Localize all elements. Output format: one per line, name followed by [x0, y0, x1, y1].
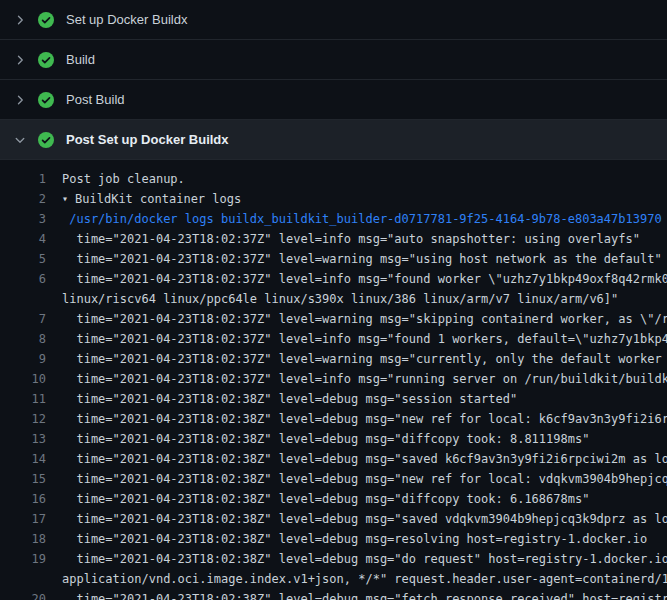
- log-line-text: time="2021-04-23T18:02:37Z" level=warnin…: [46, 349, 667, 369]
- log-line-text: time="2021-04-23T18:02:37Z" level=info m…: [46, 269, 667, 289]
- actions-log-viewer: { "colors": { "bg": "#0d1117", "border":…: [0, 0, 667, 600]
- log-line-text: time="2021-04-23T18:02:37Z" level=warnin…: [46, 309, 667, 329]
- log-line-number[interactable]: 19: [0, 549, 46, 569]
- log-line-number[interactable]: [0, 289, 46, 309]
- log-line: 3 /usr/bin/docker logs buildx_buildkit_b…: [0, 209, 667, 229]
- log-group-label: BuildKit container logs: [75, 192, 241, 206]
- log-line: 17 time="2021-04-23T18:02:38Z" level=deb…: [0, 509, 667, 529]
- check-circle-icon: [38, 52, 54, 68]
- log-line-text: time="2021-04-23T18:02:38Z" level=debug …: [46, 489, 667, 509]
- step-header[interactable]: Build: [0, 40, 667, 80]
- log-line-text: ▾BuildKit container logs: [46, 189, 667, 209]
- log-line-text: time="2021-04-23T18:02:37Z" level=info m…: [46, 329, 667, 349]
- log-line: 14 time="2021-04-23T18:02:38Z" level=deb…: [0, 449, 667, 469]
- check-circle-icon: [38, 12, 54, 28]
- log-line-number[interactable]: 18: [0, 529, 46, 549]
- log-line: 10 time="2021-04-23T18:02:37Z" level=inf…: [0, 369, 667, 389]
- log-line: 4 time="2021-04-23T18:02:37Z" level=info…: [0, 229, 667, 249]
- log-line-number[interactable]: 15: [0, 469, 46, 489]
- log-line: 6 time="2021-04-23T18:02:37Z" level=info…: [0, 269, 667, 289]
- log-line: 19 time="2021-04-23T18:02:38Z" level=deb…: [0, 549, 667, 569]
- step-header[interactable]: Post Set up Docker Buildx: [0, 120, 667, 160]
- log-line-text: time="2021-04-23T18:02:37Z" level=warnin…: [46, 249, 667, 269]
- chevron-right-icon: [12, 92, 28, 108]
- log-line: 8 time="2021-04-23T18:02:37Z" level=info…: [0, 329, 667, 349]
- log-line: 16 time="2021-04-23T18:02:38Z" level=deb…: [0, 489, 667, 509]
- log-line-text: time="2021-04-23T18:02:38Z" level=debug …: [46, 469, 667, 489]
- log-line: 11 time="2021-04-23T18:02:38Z" level=deb…: [0, 389, 667, 409]
- check-circle-icon: [38, 132, 54, 148]
- log-line: 12 time="2021-04-23T18:02:38Z" level=deb…: [0, 409, 667, 429]
- check-circle-icon: [38, 92, 54, 108]
- log-line-text: time="2021-04-23T18:02:37Z" level=info m…: [46, 369, 667, 389]
- log-line-number[interactable]: 5: [0, 249, 46, 269]
- log-line-text: time="2021-04-23T18:02:38Z" level=debug …: [46, 449, 667, 469]
- step-header[interactable]: Post Build: [0, 80, 667, 120]
- log-line-number[interactable]: [0, 569, 46, 589]
- chevron-right-icon: [12, 52, 28, 68]
- step-label: Post Set up Docker Buildx: [66, 132, 229, 147]
- log-area: 1 Post job cleanup. 2 ▾BuildKit containe…: [0, 160, 667, 600]
- chevron-right-icon: [12, 12, 28, 28]
- log-line-number[interactable]: 11: [0, 389, 46, 409]
- log-line-number[interactable]: 1: [0, 169, 46, 189]
- log-line: application/vnd.oci.image.index.v1+json,…: [0, 569, 667, 589]
- log-line-text: time="2021-04-23T18:02:38Z" level=debug …: [46, 429, 667, 449]
- log-line-number[interactable]: 14: [0, 449, 46, 469]
- log-line-number[interactable]: 7: [0, 309, 46, 329]
- step-label: Set up Docker Buildx: [66, 12, 187, 27]
- chevron-down-icon: [12, 132, 28, 148]
- log-line-text: time="2021-04-23T18:02:37Z" level=info m…: [46, 229, 667, 249]
- log-line: linux/riscv64 linux/ppc64le linux/s390x …: [0, 289, 667, 309]
- log-line-number[interactable]: 12: [0, 409, 46, 429]
- step-list: Set up Docker Buildx Build P: [0, 0, 667, 160]
- log-line-number[interactable]: 20: [0, 589, 46, 600]
- step-header[interactable]: Set up Docker Buildx: [0, 0, 667, 40]
- log-line: 7 time="2021-04-23T18:02:37Z" level=warn…: [0, 309, 667, 329]
- log-line-number[interactable]: 8: [0, 329, 46, 349]
- log-line-number[interactable]: 9: [0, 349, 46, 369]
- step-label: Build: [66, 52, 95, 67]
- log-line-number[interactable]: 13: [0, 429, 46, 449]
- log-line-text: time="2021-04-23T18:02:38Z" level=debug …: [46, 589, 667, 600]
- log-line-text: time="2021-04-23T18:02:38Z" level=debug …: [46, 389, 667, 409]
- log-line-text: linux/riscv64 linux/ppc64le linux/s390x …: [46, 289, 667, 309]
- log-line: 15 time="2021-04-23T18:02:38Z" level=deb…: [0, 469, 667, 489]
- log-line-number[interactable]: 16: [0, 489, 46, 509]
- log-line-number[interactable]: 4: [0, 229, 46, 249]
- log-line: 9 time="2021-04-23T18:02:37Z" level=warn…: [0, 349, 667, 369]
- log-line-number[interactable]: 6: [0, 269, 46, 289]
- log-line: 20 time="2021-04-23T18:02:38Z" level=deb…: [0, 589, 667, 600]
- step-label: Post Build: [66, 92, 125, 107]
- log-line-number[interactable]: 3: [0, 209, 46, 229]
- log-line: 18 time="2021-04-23T18:02:38Z" level=deb…: [0, 529, 667, 549]
- log-line: 5 time="2021-04-23T18:02:37Z" level=warn…: [0, 249, 667, 269]
- log-line-text: time="2021-04-23T18:02:38Z" level=debug …: [46, 549, 667, 569]
- log-line-text: /usr/bin/docker logs buildx_buildkit_bui…: [46, 209, 667, 229]
- log-line[interactable]: 2 ▾BuildKit container logs: [0, 189, 667, 209]
- log-line-text: time="2021-04-23T18:02:38Z" level=debug …: [46, 509, 667, 529]
- log-line-text: time="2021-04-23T18:02:38Z" level=debug …: [46, 529, 667, 549]
- log-line-number[interactable]: 10: [0, 369, 46, 389]
- log-group-caret-icon: ▾: [62, 189, 68, 209]
- log-line: 1 Post job cleanup.: [0, 169, 667, 189]
- log-line-number[interactable]: 17: [0, 509, 46, 529]
- log-line-text: Post job cleanup.: [46, 169, 667, 189]
- log-line-number[interactable]: 2: [0, 189, 46, 209]
- log-line-text: application/vnd.oci.image.index.v1+json,…: [46, 569, 667, 589]
- log-line: 13 time="2021-04-23T18:02:38Z" level=deb…: [0, 429, 667, 449]
- log-line-text: time="2021-04-23T18:02:38Z" level=debug …: [46, 409, 667, 429]
